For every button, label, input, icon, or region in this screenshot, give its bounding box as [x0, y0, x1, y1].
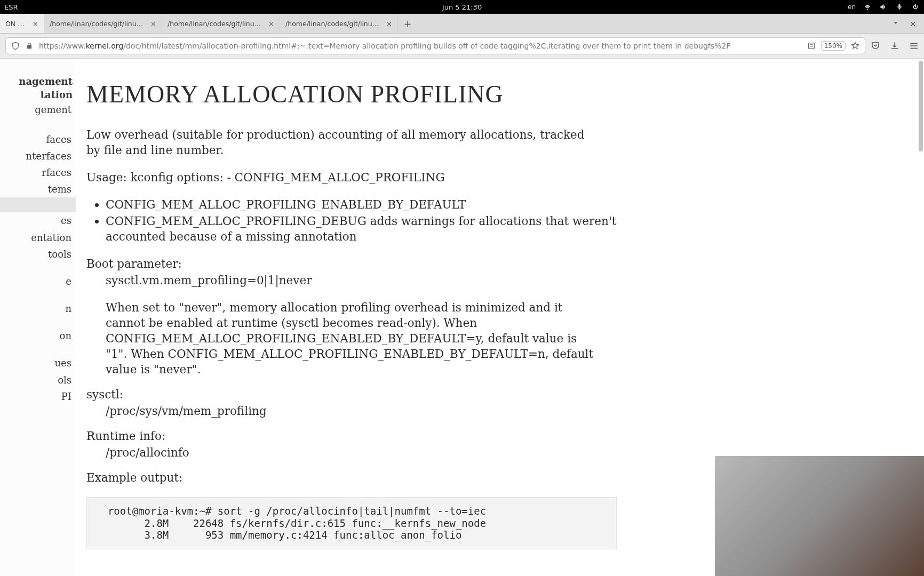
wifi-icon[interactable]: [863, 3, 872, 11]
close-icon[interactable]: ×: [150, 20, 156, 27]
sidebar-item[interactable]: entation: [0, 229, 76, 246]
sidebar-item[interactable]: nterfaces: [0, 148, 76, 164]
sidebar-item: [0, 344, 76, 355]
sidebar-item[interactable]: [0, 197, 76, 212]
page-content: nagement tation gement faces nterfaces r…: [0, 59, 924, 576]
list-item: CONFIG_MEM_ALLOC_PROFILING_DEBUG adds wa…: [106, 213, 618, 244]
downloads-icon[interactable]: [890, 41, 899, 51]
intro-paragraph: Low overhead (suitable for production) a…: [86, 127, 599, 158]
volume-icon[interactable]: [879, 3, 888, 11]
boot-explanation: When set to "never", memory allocation p…: [106, 300, 596, 377]
window-close-button[interactable]: ×: [910, 19, 917, 29]
sidebar-item[interactable]: faces: [0, 131, 76, 148]
browser-tab[interactable]: /home/linan/codes/git/linux… ×: [280, 14, 398, 33]
sidebar-item[interactable]: on: [0, 327, 76, 344]
url-text: https://www.kernel.org/doc/html/latest/m…: [39, 42, 802, 50]
sidebar-item: [0, 317, 76, 327]
tab-title: /home/linan/codes/git/linux…: [285, 20, 382, 28]
hamburger-menu-icon[interactable]: [909, 41, 919, 51]
scrollbar[interactable]: [919, 61, 923, 151]
boot-sysctl-line: sysctl.vm.mem_profiling=0|1|never: [106, 273, 596, 288]
browser-tab[interactable]: ON PRO… ×: [0, 14, 44, 33]
sidebar-item[interactable]: PI: [0, 388, 76, 405]
shield-icon[interactable]: [11, 42, 20, 50]
browser-tab[interactable]: /home/linan/codes/git/linux… ×: [44, 14, 162, 33]
url-bar[interactable]: https://www.kernel.org/doc/html/latest/m…: [5, 37, 865, 54]
sidebar-heading: nagement: [0, 75, 76, 88]
usage-paragraph: Usage: kconfig options: - CONFIG_MEM_ALL…: [86, 170, 599, 185]
runtime-info-label: Runtime info:: [86, 428, 903, 444]
sidebar-item[interactable]: tools: [0, 246, 76, 262]
sidebar-item[interactable]: e: [0, 273, 76, 290]
svg-rect-5: [910, 48, 918, 49]
toolbar: https://www.kernel.org/doc/html/latest/m…: [0, 34, 924, 59]
list-item: CONFIG_MEM_ALLOC_PROFILING_ENABLED_BY_DE…: [106, 197, 618, 212]
boot-param-label: Boot parameter:: [86, 256, 903, 271]
sidebar-item[interactable]: ues: [0, 355, 76, 371]
tab-title: ON PRO…: [5, 20, 28, 28]
tab-strip: ON PRO… × /home/linan/codes/git/linux… ×…: [0, 14, 924, 34]
sidebar-item: [0, 118, 76, 131]
doc-sidebar[interactable]: nagement tation gement faces nterfaces r…: [0, 59, 76, 576]
top-left-app[interactable]: ESR: [4, 3, 18, 11]
reader-mode-icon[interactable]: [807, 42, 816, 50]
close-icon[interactable]: ×: [33, 20, 38, 27]
sidebar-item: [0, 290, 76, 300]
tab-title: /home/linan/codes/git/linux…: [50, 20, 146, 28]
pocket-icon[interactable]: [871, 41, 880, 51]
sysctl-label: sysctl:: [86, 387, 903, 402]
zoom-level[interactable]: 150%: [821, 41, 846, 51]
close-icon[interactable]: ×: [268, 20, 274, 27]
sidebar-item[interactable]: n: [0, 300, 76, 317]
top-clock[interactable]: Jun 5 21:30: [442, 3, 482, 11]
sidebar-item[interactable]: gement: [0, 101, 76, 118]
runtime-info-path: /proc/allocinfo: [106, 445, 596, 460]
gnome-top-bar: ESR Jun 5 21:30 en: [0, 0, 924, 14]
sidebar-item[interactable]: es: [0, 212, 76, 229]
input-lang[interactable]: en: [848, 3, 856, 11]
close-icon[interactable]: ×: [386, 20, 392, 27]
mic-icon[interactable]: [895, 3, 904, 11]
svg-rect-4: [910, 45, 918, 46]
lock-icon[interactable]: [25, 42, 34, 50]
sidebar-item[interactable]: ols: [0, 372, 76, 388]
bookmark-star-icon[interactable]: [851, 42, 859, 50]
sidebar-item[interactable]: tems: [0, 181, 76, 197]
page-title: MEMORY ALLOCATION PROFILING: [86, 78, 903, 111]
power-icon[interactable]: [911, 3, 920, 11]
browser-window: ON PRO… × /home/linan/codes/git/linux… ×…: [0, 14, 924, 576]
svg-rect-3: [910, 43, 918, 44]
browser-tab[interactable]: /home/linan/codes/git/linux… ×: [162, 14, 280, 33]
sidebar-heading: tation: [0, 88, 76, 101]
webcam-overlay: [715, 456, 924, 576]
list-tabs-button[interactable]: [891, 19, 900, 29]
sysctl-path: /proc/sys/vm/mem_profiling: [106, 403, 596, 419]
sidebar-item: [0, 262, 76, 273]
sidebar-item[interactable]: rfaces: [0, 164, 76, 181]
code-block: root@moria-kvm:~# sort -g /proc/allocinf…: [86, 497, 617, 549]
new-tab-button[interactable]: +: [398, 14, 417, 33]
kconfig-list: CONFIG_MEM_ALLOC_PROFILING_ENABLED_BY_DE…: [86, 197, 618, 244]
tab-title: /home/linan/codes/git/linux…: [168, 20, 264, 28]
